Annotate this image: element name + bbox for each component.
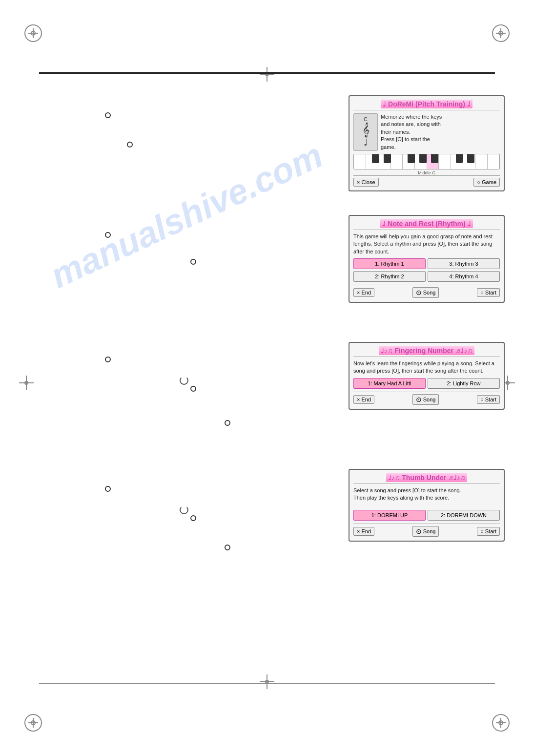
reg-mark-tr bbox=[492, 24, 510, 42]
rhythm-4-button[interactable]: 4: Rhythm 4 bbox=[428, 271, 500, 282]
bullet-6 bbox=[190, 386, 196, 392]
fingering-start-button[interactable]: ○ Start bbox=[477, 395, 500, 404]
bullet-8 bbox=[105, 486, 111, 492]
doremi-footer: × Close ○ Game bbox=[353, 175, 500, 187]
top-rule bbox=[39, 72, 495, 74]
thumb-end-button[interactable]: × End bbox=[353, 527, 374, 536]
bottom-rule bbox=[39, 683, 495, 684]
note-rest-footer: × End ⊙ Song ○ Start bbox=[353, 285, 500, 298]
bullet-2 bbox=[127, 142, 133, 147]
doremi-body: Memorize where the keys and notes are, a… bbox=[381, 113, 442, 151]
center-cross-left bbox=[24, 381, 28, 385]
fingering-end-button[interactable]: × End bbox=[353, 395, 374, 404]
piano-keyboard bbox=[353, 154, 500, 169]
piano-label: Middle C bbox=[353, 170, 500, 175]
thumb-song2-button[interactable]: 2: DOREMI DOWN bbox=[428, 510, 500, 521]
panel-doremi: ♩ DoReMi (Pitch Training) ♩ C 𝄞 ♩ Memori… bbox=[349, 95, 505, 191]
fingering-footer: × End ⊙ Song ○ Start bbox=[353, 392, 500, 405]
bullet-3 bbox=[105, 232, 111, 238]
thumb-under-grid: 1: DOREMI UP 2: DOREMI DOWN bbox=[353, 510, 500, 521]
doremi-close-button[interactable]: × Close bbox=[353, 178, 379, 187]
reg-mark-br bbox=[492, 714, 510, 732]
reg-mark-tl bbox=[24, 24, 42, 42]
reg-mark-bl bbox=[24, 714, 42, 732]
thumb-under-body: Select a song and press [O] to start the… bbox=[353, 487, 500, 502]
center-cross-right bbox=[506, 381, 510, 385]
panel-thumb-under-title: ♩♪♫ Thumb Under ♬♩♪♫ bbox=[353, 474, 500, 484]
panel-fingering: ♩♪♫ Fingering Number ♬♩♪♫ Now let's lear… bbox=[349, 342, 505, 410]
end-song-star-label: End Song Star bbox=[331, 360, 367, 366]
note-rest-end-button[interactable]: × End bbox=[353, 288, 374, 297]
panel-fingering-title: ♩♪♫ Fingering Number ♬♩♪♫ bbox=[353, 347, 500, 357]
thumb-under-footer: × End ⊙ Song ○ Start bbox=[353, 524, 500, 537]
bullet-5 bbox=[105, 357, 111, 362]
bullet-9 bbox=[190, 515, 196, 521]
bullet-10 bbox=[225, 545, 230, 550]
panel-thumb-under: ♩♪♫ Thumb Under ♬♩♪♫ Select a song and p… bbox=[349, 469, 505, 542]
fingering-song1-button[interactable]: 1: Mary Had A Littl bbox=[353, 378, 426, 389]
note-rest-body: This game will help you gain a good gras… bbox=[353, 233, 500, 255]
doremi-game-button[interactable]: ○ Game bbox=[473, 178, 500, 187]
thumb-song-button[interactable]: ⊙ Song bbox=[412, 526, 439, 537]
fingering-grid: 1: Mary Had A Littl 2: Lightly Row bbox=[353, 378, 500, 389]
spinner-1 bbox=[180, 376, 188, 385]
rhythm-1-button[interactable]: 1: Rhythm 1 bbox=[353, 258, 426, 269]
panel-note-rest: ♩ Note and Rest (Rhythm) ♩ This game wil… bbox=[349, 215, 505, 303]
bullet-1 bbox=[105, 112, 111, 118]
panel-doremi-title: ♩ DoReMi (Pitch Training) ♩ bbox=[353, 100, 500, 110]
bullet-4 bbox=[190, 259, 196, 265]
doremi-clef: C 𝄞 ♩ bbox=[353, 113, 378, 151]
rhythm-2-button[interactable]: 2: Rhythm 2 bbox=[353, 271, 426, 282]
spinner-2 bbox=[180, 505, 188, 514]
thumb-start-button[interactable]: ○ Start bbox=[477, 527, 500, 536]
fingering-body: Now let's learn the fingerings while pla… bbox=[353, 360, 500, 375]
note-rest-song-button[interactable]: ⊙ Song bbox=[412, 287, 439, 298]
thumb-song1-button[interactable]: 1: DOREMI UP bbox=[353, 510, 426, 521]
note-rest-start-button[interactable]: ○ Start bbox=[477, 288, 500, 297]
rhythm-3-button[interactable]: 3: Rhythm 3 bbox=[428, 258, 500, 269]
panel-note-rest-title: ♩ Note and Rest (Rhythm) ♩ bbox=[353, 220, 500, 230]
fingering-song2-button[interactable]: 2: Lightly Row bbox=[428, 378, 500, 389]
bullet-7 bbox=[225, 420, 230, 426]
watermark: manualshive.com bbox=[44, 135, 329, 296]
fingering-song-button[interactable]: ⊙ Song bbox=[412, 394, 439, 405]
note-rest-grid: 1: Rhythm 1 3: Rhythm 3 2: Rhythm 2 4: R… bbox=[353, 258, 500, 282]
